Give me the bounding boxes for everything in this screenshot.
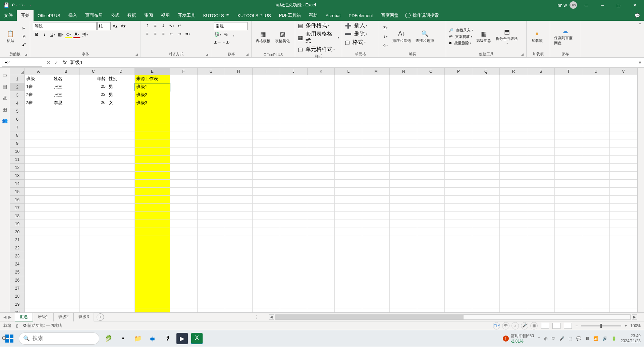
cell[interactable] [582,83,610,91]
cell[interactable] [335,75,362,83]
cell[interactable] [335,123,362,131]
cell[interactable] [390,204,417,212]
cell[interactable] [362,260,390,268]
fill-icon[interactable]: ↓▾ [382,33,389,40]
cell[interactable] [80,147,107,156]
cell[interactable] [472,284,500,292]
cell[interactable] [390,83,417,91]
cell[interactable] [500,252,527,260]
cell[interactable] [170,300,198,308]
cell[interactable] [52,196,80,204]
row-header[interactable]: 2 [10,83,25,91]
cell[interactable] [555,252,582,260]
cell[interactable] [417,156,445,164]
cell[interactable] [472,236,500,244]
cell[interactable] [500,99,527,107]
cell[interactable] [527,220,555,228]
cell[interactable] [52,228,80,236]
row-header[interactable]: 20 [10,228,25,236]
cell[interactable] [362,131,390,139]
cell[interactable] [52,212,80,220]
cell[interactable] [582,244,610,252]
cell[interactable] [500,276,527,284]
cell[interactable] [170,308,198,312]
cell[interactable] [170,75,198,83]
cell[interactable] [307,220,335,228]
cell[interactable] [390,244,417,252]
increase-indent-icon[interactable]: ⇥ [176,30,183,38]
cell[interactable] [253,172,280,180]
cell[interactable] [198,308,225,312]
cell[interactable] [170,123,198,131]
cell[interactable] [80,115,107,123]
hscroll-right-icon[interactable]: ▶ [632,314,637,320]
cell[interactable] [390,107,417,115]
cell[interactable] [582,91,610,99]
cell[interactable] [25,260,52,268]
table-template-button[interactable]: ▦表格模板 [254,30,272,44]
cell[interactable] [225,220,253,228]
cell[interactable] [472,220,500,228]
cell[interactable] [610,180,637,188]
cell[interactable] [107,308,135,312]
cell[interactable] [253,228,280,236]
cell[interactable] [107,115,135,123]
menu-KUTOOLS PLUS[interactable]: KUTOOLS PLUS [233,10,275,21]
cell[interactable] [25,212,52,220]
cell[interactable] [445,260,472,268]
cell[interactable] [500,147,527,156]
cell[interactable] [527,139,555,147]
cell[interactable] [170,268,198,276]
cell[interactable] [610,91,637,99]
cell[interactable] [25,123,52,131]
cell[interactable] [472,107,500,115]
cell[interactable] [135,244,170,252]
cell[interactable] [417,220,445,228]
cell[interactable] [25,228,52,236]
cell[interactable] [253,244,280,252]
cell[interactable] [610,284,637,292]
cell[interactable] [107,244,135,252]
spreadsheet-grid[interactable]: ABCDEFGHIJKLMNOPQRSTUV 1班级姓名年龄性别来源工作表21班… [10,68,637,312]
cell[interactable] [198,156,225,164]
border-button[interactable]: ▦▾ [57,31,64,38]
align-right-icon[interactable]: ≡ [160,30,167,38]
zoom-in-button[interactable]: + [625,323,627,328]
cell[interactable] [80,212,107,220]
zoom-level[interactable]: 100% [630,323,641,328]
cell[interactable] [107,131,135,139]
cell[interactable] [307,212,335,220]
tray-battery-icon[interactable]: 🔋 [611,336,616,341]
cell[interactable] [80,308,107,312]
cell[interactable] [390,139,417,147]
cell[interactable] [610,308,637,312]
cell[interactable] [25,115,52,123]
cell[interactable] [472,156,500,164]
tray-volume-icon[interactable]: 🔊 [602,336,607,341]
cell[interactable] [253,164,280,172]
cell[interactable] [135,115,170,123]
row-header[interactable]: 27 [10,284,25,292]
cell[interactable] [80,260,107,268]
cell[interactable] [445,204,472,212]
sheet-tab-班级3[interactable]: 班级3 [73,313,94,321]
cell[interactable] [253,276,280,284]
cell[interactable] [472,75,500,83]
col-header-G[interactable]: G [198,68,225,75]
cell[interactable] [307,139,335,147]
cell[interactable] [362,252,390,260]
cell[interactable] [390,260,417,268]
menu-KUTOOLS ™[interactable]: KUTOOLS ™ [199,10,234,21]
cell[interactable] [610,164,637,172]
cell[interactable] [280,99,308,107]
cell[interactable] [280,300,308,308]
cell[interactable] [307,300,335,308]
cell[interactable] [362,236,390,244]
cell[interactable]: 班级1 [135,83,170,91]
cell[interactable] [225,284,253,292]
cell[interactable] [610,276,637,284]
cell[interactable] [80,252,107,260]
cell[interactable]: 班级3 [135,99,170,107]
row-header[interactable]: 30 [10,308,25,312]
cell[interactable] [335,115,362,123]
